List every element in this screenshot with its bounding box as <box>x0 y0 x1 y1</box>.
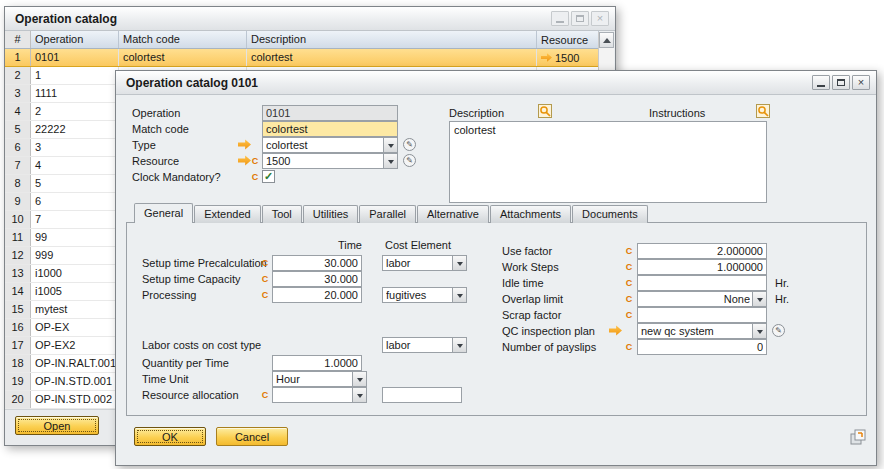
tab-tool[interactable]: Tool <box>262 205 302 223</box>
setup-capacity-form-settings-marker: C <box>260 271 270 287</box>
qc-inspection-plan-combo[interactable]: new qc system <box>637 323 767 339</box>
idle-time-field[interactable] <box>637 275 767 291</box>
tab-utilities[interactable]: Utilities <box>303 205 358 223</box>
close-icon[interactable]: × <box>591 11 609 26</box>
resource-combo[interactable]: 1500 <box>262 153 398 169</box>
column-header-number[interactable]: # <box>5 31 31 48</box>
clock-mandatory-checkbox[interactable]: ✓ <box>262 170 275 183</box>
work-steps-field[interactable] <box>637 259 767 275</box>
row-number: 7 <box>5 157 31 174</box>
cell-operation: 1111 <box>31 85 119 102</box>
catalog-titlebar[interactable]: Operation catalog × <box>5 7 615 31</box>
row-number: 2 <box>5 67 31 84</box>
description-textarea[interactable]: colortest <box>449 121 767 203</box>
setup-capacity-field[interactable] <box>272 271 362 287</box>
chevron-down-icon[interactable] <box>452 338 466 352</box>
use-factor-field[interactable] <box>637 243 767 259</box>
resource-allocation-extra-field[interactable] <box>382 387 462 403</box>
work-steps-label: Work Steps <box>502 259 559 275</box>
clock-mandatory-label: Clock Mandatory? <box>132 169 221 185</box>
time-column-header: Time <box>272 237 362 253</box>
type-link-arrow-icon[interactable] <box>238 139 251 150</box>
row-number: 18 <box>5 355 31 372</box>
tab-general[interactable]: General <box>134 203 193 223</box>
column-header-resource[interactable]: Resource <box>537 31 599 48</box>
cell-operation: 999 <box>31 247 119 264</box>
instructions-label: Instructions <box>649 105 705 121</box>
scroll-up-icon[interactable] <box>599 32 614 48</box>
ok-button[interactable]: OK <box>134 427 206 446</box>
chevron-down-icon[interactable] <box>352 372 366 386</box>
minimize-icon[interactable] <box>812 75 830 90</box>
overlap-limit-combo[interactable]: None <box>637 291 767 307</box>
setup-precalc-cost-value: labor <box>386 256 450 270</box>
setup-precalc-cost-combo[interactable]: labor <box>382 255 467 271</box>
minimize-icon[interactable] <box>551 11 569 26</box>
qc-edit-icon[interactable]: ✎ <box>772 324 785 337</box>
close-icon[interactable]: × <box>852 75 870 90</box>
processing-label: Processing <box>142 287 196 303</box>
overlap-unit-suffix: Hr. <box>775 291 789 307</box>
type-label: Type <box>132 137 156 153</box>
scrap-factor-label: Scrap factor <box>502 307 561 323</box>
maximize-icon[interactable] <box>571 11 589 26</box>
row-number: 20 <box>5 391 31 408</box>
row-number: 9 <box>5 193 31 210</box>
chevron-down-icon[interactable] <box>352 388 366 402</box>
dialog-window-title: Operation catalog 0101 <box>126 76 812 90</box>
chevron-down-icon[interactable] <box>452 288 466 302</box>
use-factor-form-settings-marker: C <box>624 243 634 259</box>
tab-alternative[interactable]: Alternative <box>417 205 489 223</box>
time-unit-combo[interactable]: Hour <box>272 371 367 387</box>
resource-edit-icon[interactable]: ✎ <box>403 154 416 167</box>
labor-costs-combo[interactable]: labor <box>382 337 467 353</box>
processing-cost-combo[interactable]: fugitives <box>382 287 467 303</box>
link-arrow-icon[interactable] <box>541 53 552 62</box>
cancel-button[interactable]: Cancel <box>216 427 288 446</box>
cell-operation: 99 <box>31 229 119 246</box>
instructions-zoom-icon[interactable] <box>756 104 770 118</box>
idle-time-label: Idle time <box>502 275 544 291</box>
dialog-titlebar[interactable]: Operation catalog 0101 × <box>116 71 876 95</box>
chevron-down-icon[interactable] <box>752 324 766 338</box>
processing-form-settings-marker: C <box>260 287 270 303</box>
column-header-match-code[interactable]: Match code <box>119 31 247 48</box>
qc-link-arrow-icon[interactable] <box>609 325 622 336</box>
time-unit-label: Time Unit <box>142 371 189 387</box>
resource-allocation-combo[interactable] <box>272 387 367 403</box>
quantity-per-time-label: Quantity per Time <box>142 355 229 371</box>
description-zoom-icon[interactable] <box>538 104 552 118</box>
column-header-description[interactable]: Description <box>247 31 537 48</box>
match-code-field[interactable] <box>262 121 398 137</box>
tab-documents[interactable]: Documents <box>572 205 648 223</box>
quantity-per-time-field[interactable] <box>272 355 362 371</box>
type-combo[interactable]: colortest <box>262 137 398 153</box>
row-number: 8 <box>5 175 31 192</box>
type-edit-icon[interactable]: ✎ <box>403 138 416 151</box>
tab-attachments[interactable]: Attachments <box>490 205 571 223</box>
qc-inspection-plan-label: QC inspection plan <box>502 323 595 339</box>
cell-match-code: colortest <box>119 49 247 66</box>
scrap-factor-field[interactable] <box>637 307 767 323</box>
operation-field[interactable] <box>262 105 398 121</box>
maximize-icon[interactable] <box>832 75 850 90</box>
chevron-down-icon[interactable] <box>383 138 397 152</box>
processing-field[interactable] <box>272 287 362 303</box>
row-number: 14 <box>5 283 31 300</box>
resize-grip-icon[interactable] <box>849 428 867 446</box>
cell-operation: OP-IN.STD.002 <box>31 391 119 408</box>
resource-form-settings-marker: C <box>250 153 260 169</box>
payslips-field[interactable] <box>637 339 767 355</box>
open-button[interactable]: Open <box>15 416 99 435</box>
table-row[interactable]: 10101colortestcolortest1500 <box>5 49 599 67</box>
description-label: Description <box>449 105 504 121</box>
row-number: 1 <box>5 49 31 66</box>
column-header-operation[interactable]: Operation <box>31 31 119 48</box>
tab-parallel[interactable]: Parallel <box>359 205 416 223</box>
chevron-down-icon[interactable] <box>383 154 397 168</box>
row-number: 4 <box>5 103 31 120</box>
chevron-down-icon[interactable] <box>452 256 466 270</box>
tab-extended[interactable]: Extended <box>194 205 260 223</box>
chevron-down-icon[interactable] <box>752 292 766 306</box>
setup-precalc-field[interactable] <box>272 255 362 271</box>
